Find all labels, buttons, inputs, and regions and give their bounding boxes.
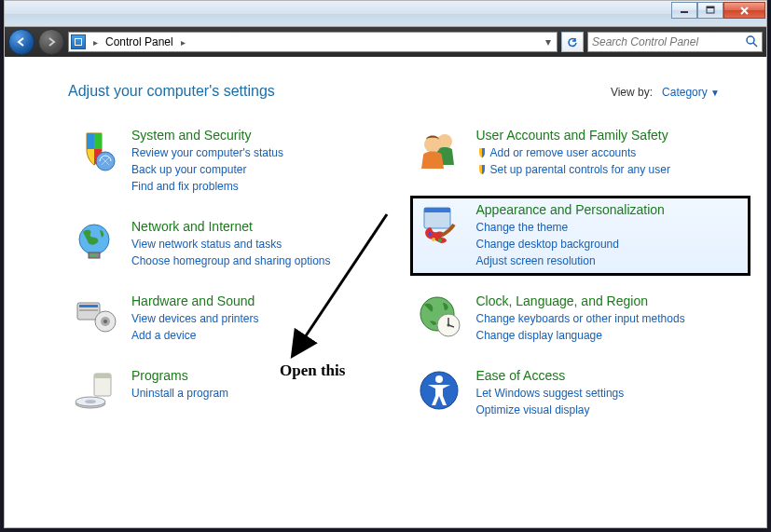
category-appearance-personalization: Appearance and Personalization Change th… xyxy=(413,198,749,273)
task-link[interactable]: Change keyboards or other input methods xyxy=(476,310,745,327)
task-link[interactable]: Review your computer's status xyxy=(131,144,400,161)
breadcrumb-item[interactable]: Control Panel xyxy=(105,35,173,48)
svg-rect-2 xyxy=(707,7,714,8)
task-link[interactable]: Set up parental controls for any user xyxy=(490,161,670,178)
programs-icon xyxy=(72,368,117,413)
breadcrumb-separator-icon: ▸ xyxy=(181,37,186,48)
category-network-internet: Network and Internet View network status… xyxy=(68,215,404,273)
category-title-link[interactable]: Clock, Language, and Region xyxy=(476,293,745,308)
user-accounts-icon xyxy=(417,128,461,172)
task-link[interactable]: Back up your computer xyxy=(131,161,400,178)
search-icon[interactable] xyxy=(745,34,758,50)
close-icon xyxy=(739,6,750,16)
task-link[interactable]: View devices and printers xyxy=(131,310,400,327)
content-area: Adjust your computer's settings View by:… xyxy=(5,57,766,527)
svg-point-29 xyxy=(447,324,449,327)
svg-point-3 xyxy=(747,36,754,44)
category-title-link[interactable]: Appearance and Personalization xyxy=(476,202,745,217)
task-link[interactable]: View network status and tasks xyxy=(131,236,400,252)
address-dropdown-icon[interactable]: ▾ xyxy=(542,35,555,48)
refresh-button[interactable] xyxy=(561,32,584,52)
page-title: Adjust your computer's settings xyxy=(68,83,275,100)
category-hardware-sound: Hardware and Sound View devices and prin… xyxy=(68,290,404,348)
maximize-button[interactable] xyxy=(697,2,723,19)
svg-rect-7 xyxy=(90,254,92,256)
category-title-link[interactable]: Programs xyxy=(131,368,400,383)
category-system-security: System and Security Review your computer… xyxy=(68,124,404,198)
svg-rect-10 xyxy=(79,305,98,307)
svg-point-26 xyxy=(438,239,442,242)
task-link[interactable]: Change display language xyxy=(476,327,745,344)
hardware-sound-icon xyxy=(72,293,117,338)
view-by-label: View by: xyxy=(611,86,653,99)
task-link[interactable]: Find and fix problems xyxy=(131,178,400,195)
search-box[interactable] xyxy=(587,32,763,52)
svg-point-14 xyxy=(103,320,107,323)
svg-point-31 xyxy=(435,375,443,383)
category-title-link[interactable]: System and Security xyxy=(131,128,400,143)
view-by: View by: Category ▼ xyxy=(611,86,720,99)
shield-icon xyxy=(476,147,488,158)
category-ease-of-access: Ease of Access Let Windows suggest setti… xyxy=(413,364,749,422)
address-bar[interactable]: ▸ Control Panel ▸ ▾ xyxy=(68,32,558,52)
svg-rect-19 xyxy=(94,374,111,378)
task-link[interactable]: Adjust screen resolution xyxy=(476,252,745,269)
system-security-icon xyxy=(72,128,117,172)
navigation-bar: ▸ Control Panel ▸ ▾ xyxy=(5,27,766,57)
minimize-button[interactable] xyxy=(671,2,697,19)
network-internet-icon xyxy=(72,219,117,264)
breadcrumb-separator-icon: ▸ xyxy=(93,37,98,48)
svg-point-24 xyxy=(428,232,432,236)
task-link[interactable]: Optimize visual display xyxy=(476,402,745,418)
category-title-link[interactable]: Network and Internet xyxy=(131,219,400,234)
category-title-link[interactable]: Hardware and Sound xyxy=(131,293,400,308)
view-by-value: Category xyxy=(662,86,708,99)
svg-point-25 xyxy=(432,238,435,241)
category-user-accounts: User Accounts and Family Safety Add or r… xyxy=(413,124,749,182)
titlebar[interactable] xyxy=(5,1,766,27)
svg-point-17 xyxy=(85,400,96,403)
chevron-down-icon: ▼ xyxy=(710,88,720,98)
appearance-icon xyxy=(417,202,461,247)
close-button[interactable] xyxy=(723,2,765,19)
task-link[interactable]: Change the theme xyxy=(476,219,745,236)
control-panel-icon xyxy=(71,34,86,49)
refresh-icon xyxy=(566,35,579,48)
task-link[interactable]: Change desktop background xyxy=(476,236,745,252)
annotation-label: Open this xyxy=(280,361,345,380)
maximize-icon xyxy=(706,6,715,15)
column-left: System and Security Review your computer… xyxy=(68,124,404,439)
svg-rect-11 xyxy=(79,309,98,311)
clock-language-icon xyxy=(417,293,461,338)
task-link[interactable]: Add or remove user accounts xyxy=(490,144,637,161)
column-right: User Accounts and Family Safety Add or r… xyxy=(413,124,749,439)
forward-button[interactable] xyxy=(38,29,64,55)
task-link[interactable]: Let Windows suggest settings xyxy=(476,385,745,402)
search-input[interactable] xyxy=(592,35,745,48)
minimize-icon xyxy=(680,6,689,15)
arrow-left-icon xyxy=(15,35,28,48)
task-link[interactable]: Add a device xyxy=(131,327,400,344)
svg-rect-8 xyxy=(93,254,95,256)
task-link[interactable]: Uninstall a program xyxy=(131,385,400,402)
category-title-link[interactable]: User Accounts and Family Safety xyxy=(476,128,745,143)
task-link[interactable]: Choose homegroup and sharing options xyxy=(131,252,400,269)
category-programs: Programs Uninstall a program xyxy=(68,364,404,416)
back-button[interactable] xyxy=(8,29,34,55)
category-clock-language-region: Clock, Language, and Region Change keybo… xyxy=(413,290,749,348)
ease-of-access-icon xyxy=(417,368,461,413)
view-by-dropdown[interactable]: Category ▼ xyxy=(662,86,720,99)
category-title-link[interactable]: Ease of Access xyxy=(476,368,745,383)
arrow-right-icon xyxy=(45,35,58,48)
svg-rect-23 xyxy=(424,208,450,212)
control-panel-window: ▸ Control Panel ▸ ▾ Adjust your computer… xyxy=(4,0,767,528)
shield-icon xyxy=(476,164,488,175)
svg-rect-0 xyxy=(681,11,688,13)
